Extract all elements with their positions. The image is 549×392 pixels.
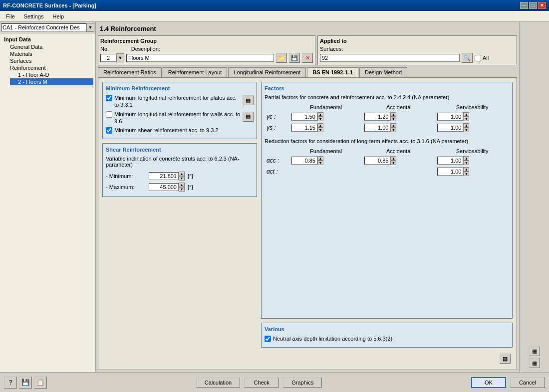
details-btn-1[interactable]: ▦: [243, 95, 254, 105]
save-button[interactable]: 💾: [289, 53, 300, 63]
gss-up[interactable]: ▲: [463, 123, 469, 128]
ok-button[interactable]: OK: [471, 377, 506, 388]
far-right-btn-1[interactable]: ▦: [529, 346, 540, 356]
gcs-up[interactable]: ▲: [463, 112, 469, 117]
gamma-c-fundamental-input[interactable]: [291, 113, 317, 121]
accs-up[interactable]: ▲: [463, 156, 469, 161]
open-button[interactable]: 📁: [276, 53, 287, 63]
minimum-spin-down[interactable]: ▼: [179, 176, 185, 181]
minimum-spin-up[interactable]: ▲: [179, 172, 185, 176]
case-dropdown-arrow[interactable]: ▼: [86, 23, 94, 32]
minimum-reinforcement-group: Minimum Reinforcement Minimum longitudin…: [102, 82, 257, 139]
gamma-s-service-input[interactable]: [437, 124, 463, 132]
help-icon-btn[interactable]: ?: [4, 377, 17, 389]
checkbox-min-long-walls[interactable]: [106, 111, 112, 118]
shear-reinforcement-group: Shear Reinforcement Variable inclination…: [102, 143, 257, 197]
alpha-ct-service-input[interactable]: [437, 168, 463, 176]
gsf-up[interactable]: ▲: [317, 123, 323, 128]
gcf-up[interactable]: ▲: [317, 112, 323, 117]
checkbox-min-long-plates[interactable]: [106, 95, 112, 101]
sidebar-item-surfaces[interactable]: Surfaces: [2, 57, 93, 64]
no-dropdown-arrow[interactable]: ▼: [116, 53, 124, 62]
no-select-widget: ▼: [100, 53, 124, 62]
gamma-c-service-input[interactable]: [437, 113, 463, 121]
close-button[interactable]: ✕: [538, 2, 546, 9]
accs-down[interactable]: ▼: [463, 161, 469, 165]
minimum-spinbox-btns: ▲ ▼: [179, 172, 185, 181]
graphics-button[interactable]: Graphics: [283, 378, 322, 388]
description-input[interactable]: [126, 54, 274, 62]
menu-help[interactable]: Help: [48, 12, 68, 20]
gca-up[interactable]: ▲: [390, 112, 396, 117]
gamma-s-label: γs :: [265, 122, 289, 133]
accf-up[interactable]: ▲: [317, 156, 323, 161]
gss-down[interactable]: ▼: [463, 128, 469, 132]
minimum-unit: [°]: [188, 173, 193, 179]
maximum-spin-down[interactable]: ▼: [179, 187, 185, 192]
no-desc-input-row: ▼ 📁 💾 ✕: [100, 53, 313, 63]
check-button[interactable]: Check: [244, 378, 279, 388]
sidebar-item-materials[interactable]: Materials: [2, 50, 93, 57]
calculation-button[interactable]: Calculation: [196, 378, 240, 388]
tree-root: Input Data: [2, 35, 93, 43]
gsf-down[interactable]: ▼: [317, 128, 323, 132]
checkbox-min-shear[interactable]: [106, 127, 112, 134]
delete-button[interactable]: ✕: [302, 53, 313, 63]
sidebar-item-floors-m[interactable]: 2 - Floors M: [10, 78, 93, 85]
cancel-button[interactable]: Cancel: [510, 377, 545, 388]
case-dropdown[interactable]: [1, 23, 86, 31]
alpha-cc-service-spinbox: ▲▼: [437, 156, 507, 165]
maximize-button[interactable]: □: [529, 2, 537, 9]
acts-down[interactable]: ▼: [463, 172, 469, 176]
sidebar-item-general-data[interactable]: General Data: [2, 43, 93, 50]
alpha-cc-service-input[interactable]: [437, 157, 463, 165]
maximum-spin-up[interactable]: ▲: [179, 183, 185, 187]
surfaces-input[interactable]: [320, 54, 460, 62]
gamma-c-accidental-input[interactable]: [364, 113, 390, 121]
tab-reinforcement-ratios[interactable]: Reinforcement Ratios: [98, 67, 162, 77]
gsa-up[interactable]: ▲: [390, 123, 396, 128]
select-surfaces-button[interactable]: 🔍: [462, 53, 473, 63]
panel-btn-1[interactable]: ▦: [500, 354, 511, 364]
tab-longitudinal-reinforcement[interactable]: Longitudinal Reinforcement: [228, 67, 306, 77]
acts-up[interactable]: ▲: [463, 167, 469, 172]
gca-down[interactable]: ▼: [390, 117, 396, 121]
gamma-c-label: γc :: [265, 111, 289, 122]
copy-icon-btn[interactable]: 📋: [34, 377, 47, 389]
alpha-cc-accidental-input[interactable]: [364, 157, 390, 165]
tab-reinforcement-layout[interactable]: Reinforcement Layout: [163, 67, 228, 77]
details-btn-2[interactable]: ▦: [243, 112, 254, 122]
alpha-cc-row: αcc : ▲▼: [265, 155, 509, 166]
tab-bs-en[interactable]: BS EN 1992-1-1: [307, 67, 358, 77]
alpha-cc-fundamental-input[interactable]: [291, 157, 317, 165]
reduction-factors-desc: Reduction factors for consideration of l…: [265, 138, 509, 144]
acca-down[interactable]: ▼: [390, 161, 396, 165]
save-icon-btn[interactable]: 💾: [19, 377, 32, 389]
menu-settings[interactable]: Settings: [20, 12, 48, 20]
gamma-s-row: γs : ▲▼: [265, 122, 509, 133]
far-right-btn-2[interactable]: ▦: [529, 358, 540, 368]
minimize-button[interactable]: ─: [520, 2, 528, 9]
gcf-down[interactable]: ▼: [317, 117, 323, 121]
gamma-s-accidental-input[interactable]: [364, 124, 390, 132]
no-input[interactable]: [100, 54, 116, 62]
sidebar-item-floor-ad[interactable]: 1 - Floor A-D: [10, 71, 93, 78]
gamma-s-fundamental-cell: ▲▼: [289, 122, 362, 133]
minimum-input[interactable]: [149, 172, 179, 180]
sidebar-item-reinforcement[interactable]: Reinforcement: [2, 64, 93, 71]
shear-desc: Variable inclination of concrete struts …: [106, 156, 254, 168]
alpha-cc-fundamental-spinbox: ▲▼: [291, 156, 360, 165]
tab-design-method[interactable]: Design Method: [359, 67, 407, 77]
bottom-center-buttons: Calculation Check Graphics: [51, 378, 467, 388]
factors-title: Factors: [265, 85, 509, 91]
menu-file[interactable]: File: [2, 12, 19, 20]
all-checkbox[interactable]: [475, 55, 481, 61]
gsa-down[interactable]: ▼: [390, 128, 396, 132]
accf-down[interactable]: ▼: [317, 161, 323, 165]
gamma-s-fundamental-input[interactable]: [291, 124, 317, 132]
maximum-input[interactable]: [149, 183, 179, 191]
acca-up[interactable]: ▲: [390, 156, 396, 161]
gcs-down[interactable]: ▼: [463, 117, 469, 121]
neutral-axis-checkbox[interactable]: [265, 336, 271, 342]
reinforcement-group-box: Reinforcement Group No. Description: ▼ 📁…: [98, 35, 315, 65]
